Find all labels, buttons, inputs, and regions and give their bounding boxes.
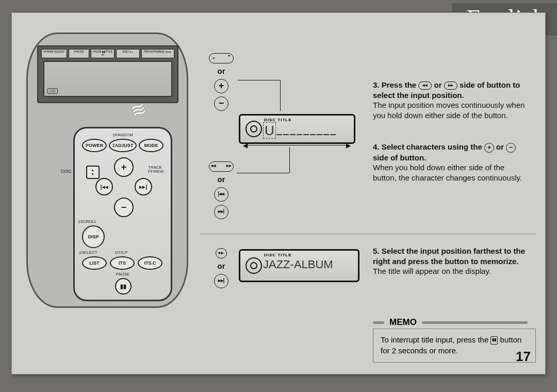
head-unit: POWER /ADJUST P.MODE PAUSE ▮▮TITLE IN DI… [37,45,178,103]
step-5: 5. Select the input position farthest to… [373,246,528,276]
memo-heading: MEMO [373,317,528,328]
control-group-2: ◂◂ ▸▸ or |◂◂ ▸▸| [203,160,240,221]
remote-label-itsp: ‡ITS.P [111,250,132,255]
unit-btn-power[interactable]: POWER /ADJUST [41,49,67,58]
remote-btn-power[interactable]: POWER [82,139,107,152]
step-4: 4. Select characters using the + or − si… [373,142,528,183]
plus-inline-icon: + [484,143,494,153]
remote-label-disc: DISC [41,169,72,174]
minus-icon: − [214,96,228,111]
arrow-left-icon: ◀ [243,142,248,149]
ff-inline-icon: ▸▸ [444,81,457,90]
unit-btn-pmode[interactable]: P.MODE [69,49,89,58]
ff-icon: ▸▸| [214,205,228,219]
remote-btn-its[interactable]: ITS [110,256,135,270]
or-label: or [203,175,240,184]
control-group-1: ⌄ ⌃ or + − [203,52,240,112]
lcd-input-position: DISC TITLE U [239,114,355,144]
remote-btn-left[interactable]: |◂◂ [95,178,113,195]
unit-display: CD [43,61,172,97]
step-3: 3. Press the ◂◂ or ▸▸ side of button to … [373,80,528,120]
remote-btn-disc-pad[interactable]: ▴▾ [86,166,100,179]
remote-label-random: ‡RANDOM [75,133,171,137]
arrow-right-icon: ▶ [346,142,351,149]
plus-icon: + [214,79,228,93]
lcd-char: U [263,122,276,139]
remote-label-pause: PAUSE [75,272,171,276]
disc-icon [245,121,262,137]
or-label: or [203,262,240,270]
remote-btn-right[interactable]: ▸▸| [135,178,152,195]
remote-btn-disp[interactable]: DISP [82,225,105,248]
unit-btn-track[interactable]: TRACK/FF&REW ◂◂ ▸▸ [141,49,174,58]
remote-btn-list[interactable]: LIST [82,256,107,270]
rocker-horiz-icon: ◂◂ ▸▸ [209,161,234,172]
lcd-memorized: DISC TITLE JAZZ-ALBUM [239,249,359,282]
disc-title-tag: DISC TITLE [264,118,292,122]
memo-box: To interrupt title input, press the ▮▮ b… [373,329,536,363]
lcd-text: JAZZ-ALBUM [263,258,333,271]
or-label: or [203,67,240,75]
remote-label-scroll: ‡SCROLL [78,219,109,224]
remote-control: ‡RANDOM POWER ‡ADJUST MODE DISC TRACK FF… [73,127,172,301]
rew-icon: |◂◂ [214,187,228,202]
remote-btn-plus[interactable]: + [114,157,134,177]
cd-logo-icon: CD [47,88,58,94]
rew-inline-icon: ◂◂ [418,81,432,90]
remote-btn-mode[interactable]: MODE [139,139,163,152]
remote-btn-adjust[interactable]: ‡ADJUST [109,139,137,152]
hardware-illustration: POWER /ADJUST P.MODE PAUSE ▮▮TITLE IN DI… [26,32,188,308]
page-number: 17 [516,349,531,365]
remote-btn-minus[interactable]: − [114,198,134,217]
remote-label-select: ‡SELECT [79,250,105,255]
control-group-3: ▸▸ or ▸▸| [203,247,240,290]
remote-label-track: TRACK FF/REW [148,166,174,174]
remote-btn-itsc[interactable]: ITS.C [138,256,162,270]
manual-page: POWER /ADJUST P.MODE PAUSE ▮▮TITLE IN DI… [11,12,546,374]
remote-btn-pause[interactable]: ▮▮ [115,278,132,295]
unit-btn-pause[interactable]: PAUSE ▮▮TITLE IN [91,49,114,58]
range-arrow [246,145,348,145]
disc-title-tag: DISC TITLE [264,253,292,257]
disc-icon [245,257,262,274]
unit-btn-disc[interactable]: DISC ▾ ▴ [116,49,140,58]
rocker-vert-icon: ⌄ ⌃ [209,53,234,63]
ff-round-icon: ▸▸| [214,274,228,288]
pause-inline-icon: ▮▮ [490,336,498,345]
minus-inline-icon: − [506,143,516,153]
ff-pill-icon: ▸▸ [216,248,227,258]
